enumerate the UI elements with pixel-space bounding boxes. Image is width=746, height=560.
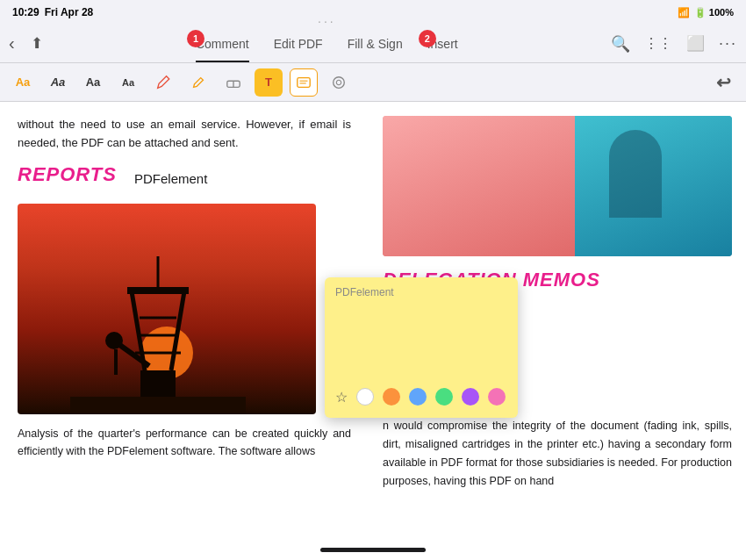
color-pink-button[interactable] [488, 388, 506, 406]
stamp-button[interactable] [325, 68, 353, 97]
eraser-tool-button[interactable] [219, 68, 247, 97]
color-purple-button[interactable] [462, 388, 479, 406]
nav-bar: ‹ ⬆ ··· 1 Comment Edit PDF Fill & Sign 2… [0, 25, 746, 63]
sticky-note-toolbar: ☆ [335, 383, 507, 406]
svg-point-6 [336, 80, 341, 84]
battery-icon: 🔋 100% [694, 7, 734, 18]
pdf-page: without the need to use an email service… [0, 102, 746, 539]
svg-rect-14 [127, 287, 189, 294]
svg-rect-2 [298, 77, 310, 87]
text-highlight-button[interactable]: T [255, 68, 283, 97]
svg-line-10 [171, 291, 184, 370]
search-button[interactable]: 🔍 [611, 34, 630, 54]
sticky-note-content-area[interactable] [335, 305, 507, 376]
pencil-tool-button[interactable] [184, 68, 212, 97]
home-indicator [320, 548, 426, 552]
tab-insert[interactable]: 2 Insert [415, 32, 470, 56]
reports-heading: REPORTS [18, 163, 117, 186]
content-area: without the need to use an email service… [0, 102, 746, 539]
oil-rig-image [18, 204, 316, 414]
svg-point-17 [105, 332, 123, 349]
back-button[interactable]: ‹ [9, 33, 15, 54]
svg-line-16 [118, 344, 149, 366]
status-bar: 10:29 Fri Apr 28 📶 🔋 100% [0, 0, 746, 25]
font-style-4-button[interactable]: Aa [114, 68, 142, 97]
analysis-text: Analysis of the quarter's performance ca… [18, 425, 351, 460]
status-day: Fri Apr 28 [45, 6, 94, 18]
svg-rect-8 [140, 370, 176, 397]
tab-fill-sign[interactable]: Fill & Sign [335, 32, 415, 56]
oil-rig-silhouette [70, 239, 246, 414]
pdf-left-column: without the need to use an email service… [0, 102, 369, 539]
comment-badge: 1 [187, 30, 204, 47]
font-style-3-button[interactable]: Aa [79, 68, 107, 97]
share-button[interactable]: ⬆ [31, 34, 43, 53]
sticky-note-button[interactable] [290, 68, 318, 97]
sticky-note-title: PDFelement [335, 286, 507, 298]
home-bar [0, 539, 746, 560]
tab-comment[interactable]: 1 Comment [183, 32, 262, 56]
tab-edit-pdf[interactable]: Edit PDF [262, 32, 335, 56]
color-orange-button[interactable] [383, 388, 400, 406]
svg-point-5 [334, 76, 345, 88]
right-top-image [383, 116, 732, 256]
font-style-1-button[interactable]: Aa [9, 68, 37, 97]
intro-text: without the need to use an email service… [18, 116, 351, 153]
color-green-button[interactable] [435, 388, 453, 406]
font-style-2-button[interactable]: Aa [44, 68, 72, 97]
wifi-icon: 📶 [678, 7, 690, 18]
sticky-note-popup[interactable]: PDFelement ☆ [325, 277, 518, 418]
grid-button[interactable]: ⋮⋮ [644, 35, 672, 52]
more-button[interactable]: ··· [719, 34, 737, 53]
pen-tool-button[interactable] [149, 68, 177, 97]
bookmark-icon[interactable]: ☆ [335, 389, 348, 406]
annotation-toolbar: Aa Aa Aa Aa T ↩ [0, 63, 746, 102]
pdfelement-label: PDFelement [134, 171, 207, 186]
color-blue-button[interactable] [409, 388, 427, 406]
undo-button[interactable]: ↩ [709, 68, 737, 97]
expand-button[interactable]: ⬜ [686, 34, 705, 53]
svg-rect-7 [70, 397, 246, 414]
status-time: 10:29 [12, 6, 39, 18]
insert-badge: 2 [419, 30, 436, 47]
color-white-button[interactable] [356, 388, 374, 406]
